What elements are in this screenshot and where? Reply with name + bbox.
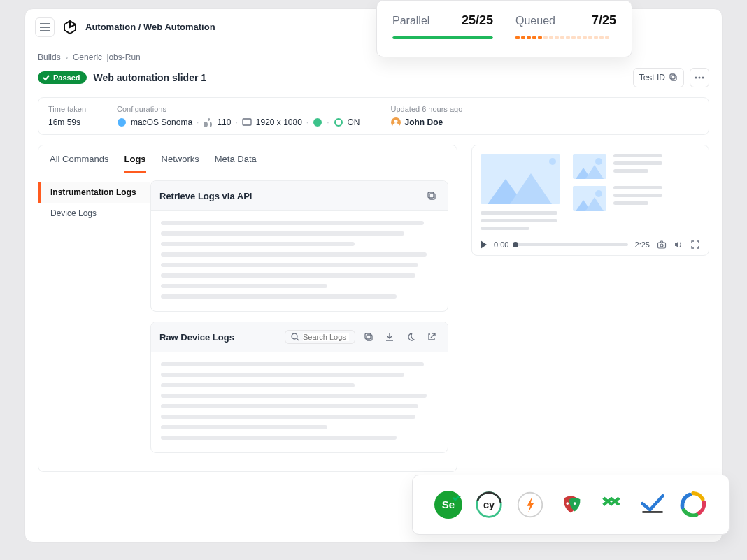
header-breadcrumb: Automation / Web Automation [85, 22, 215, 32]
svg-point-6 [566, 502, 569, 505]
fullscreen-icon [690, 240, 700, 250]
resolution-icon [242, 117, 252, 127]
tab-meta-data[interactable]: Meta Data [215, 154, 257, 173]
frameworks-card: Se cy [412, 475, 730, 535]
retrieve-logs-title: Retrieve Logs via API [159, 191, 252, 201]
tabs: All Commands Logs Networks Meta Data [38, 145, 457, 173]
test-id-label: Test ID [639, 73, 665, 82]
search-input[interactable] [303, 333, 349, 341]
tab-networks[interactable]: Networks [162, 154, 199, 173]
log-nav-device[interactable]: Device Logs [38, 203, 150, 224]
play-button[interactable] [481, 240, 487, 249]
preview-thumb-small [573, 186, 606, 211]
status-badge: Passed [38, 71, 87, 84]
video-player: 0:00 2:25 [481, 240, 700, 250]
search-logs[interactable] [285, 330, 355, 344]
copy-icon [669, 73, 678, 82]
svg-point-19 [394, 120, 397, 123]
test-id-button[interactable]: Test ID [633, 68, 684, 87]
preview-thumb-large [481, 154, 560, 204]
browser-version: 110 [217, 117, 231, 127]
camera-icon [657, 240, 667, 250]
resolution: 1920 x 1080 [256, 117, 302, 127]
avatar [391, 117, 401, 127]
svg-point-17 [335, 119, 342, 126]
config-label: Configurations [117, 105, 360, 113]
check-icon [43, 74, 50, 81]
svg-rect-9 [671, 76, 676, 80]
time-taken-value: 16m 59s [48, 117, 86, 127]
local-icon [334, 117, 343, 127]
svg-text:cy: cy [483, 499, 495, 510]
xctest-icon [596, 489, 627, 520]
updated-label: Updated 6 hours ago [391, 105, 463, 113]
seek-bar[interactable] [515, 243, 627, 246]
svg-rect-20 [429, 194, 435, 199]
svg-point-26 [660, 244, 663, 247]
os-name: macOS Sonoma [131, 117, 192, 127]
globe-icon [313, 117, 322, 127]
logo-icon [62, 19, 78, 36]
tab-logs[interactable]: Logs [124, 154, 146, 173]
browser-icon [203, 117, 213, 127]
log-nav-instrumentation[interactable]: Instrumentation Logs [38, 182, 150, 203]
page-title: Web automation slider 1 [94, 72, 207, 83]
playwright-icon [555, 489, 586, 520]
time-duration: 2:25 [635, 240, 650, 249]
raw-logs-body [151, 352, 448, 452]
log-nav: Instrumentation Logs Device Logs [38, 173, 150, 464]
testng-icon [637, 489, 668, 520]
copy-icon [427, 191, 436, 201]
svg-rect-8 [642, 511, 662, 513]
fullscreen-button[interactable] [690, 240, 700, 250]
svg-rect-24 [365, 333, 371, 339]
config-values: macOS Sonoma · 110 · 1920 x 1080 · · ON [117, 117, 360, 127]
local-status: ON [348, 117, 360, 127]
raw-device-logs-card: Raw Device Logs [150, 322, 448, 453]
cypress-icon: cy [474, 489, 504, 520]
queued-label: Queued [515, 15, 555, 27]
parallel-value: 25/25 [462, 13, 493, 28]
volume-icon [674, 240, 683, 250]
breadcrumb-root[interactable]: Builds [38, 52, 61, 62]
download-button[interactable] [382, 329, 397, 345]
moon-icon [406, 332, 415, 342]
svg-point-12 [699, 77, 701, 79]
external-icon [427, 332, 436, 342]
svg-rect-23 [367, 335, 372, 340]
os-icon [117, 117, 127, 127]
open-external-button[interactable] [424, 329, 439, 345]
svg-rect-15 [243, 119, 251, 125]
volume-button[interactable] [674, 240, 683, 250]
selenium-icon: Se [433, 489, 464, 520]
search-icon [291, 333, 299, 341]
tab-all-commands[interactable]: All Commands [50, 154, 109, 173]
copy-icon [364, 332, 374, 342]
dark-mode-button[interactable] [403, 329, 418, 345]
svg-point-13 [702, 77, 704, 79]
time-taken-label: Time taken [48, 105, 86, 113]
retrieve-logs-card: Retrieve Logs via API [150, 180, 448, 312]
chevron-right-icon: › [66, 54, 68, 62]
parallel-status: Parallel 25/25 [392, 13, 493, 45]
hamburger-button[interactable] [35, 17, 55, 37]
svg-point-7 [574, 502, 576, 505]
queued-value: 7/25 [592, 13, 616, 28]
left-panel: All Commands Logs Networks Meta Data Ins… [38, 145, 457, 472]
raw-copy-button[interactable] [361, 329, 376, 345]
preview-thumb-small [573, 154, 606, 179]
raw-logs-title: Raw Device Logs [159, 332, 234, 343]
time-current: 0:00 [494, 240, 508, 249]
copy-button[interactable] [424, 188, 439, 203]
queued-progress [515, 36, 616, 39]
screenshot-button[interactable] [657, 240, 667, 250]
svg-point-22 [292, 333, 297, 339]
svg-rect-10 [670, 74, 675, 79]
more-menu-button[interactable] [690, 68, 709, 87]
download-icon [385, 332, 394, 342]
status-text: Passed [53, 73, 80, 82]
user-value: John Doe [391, 117, 463, 127]
parallel-label: Parallel [392, 15, 429, 27]
breadcrumb-leaf[interactable]: Generic_jobs-Run [73, 52, 141, 62]
info-strip: Time taken 16m 59s Configurations macOS … [38, 97, 709, 135]
